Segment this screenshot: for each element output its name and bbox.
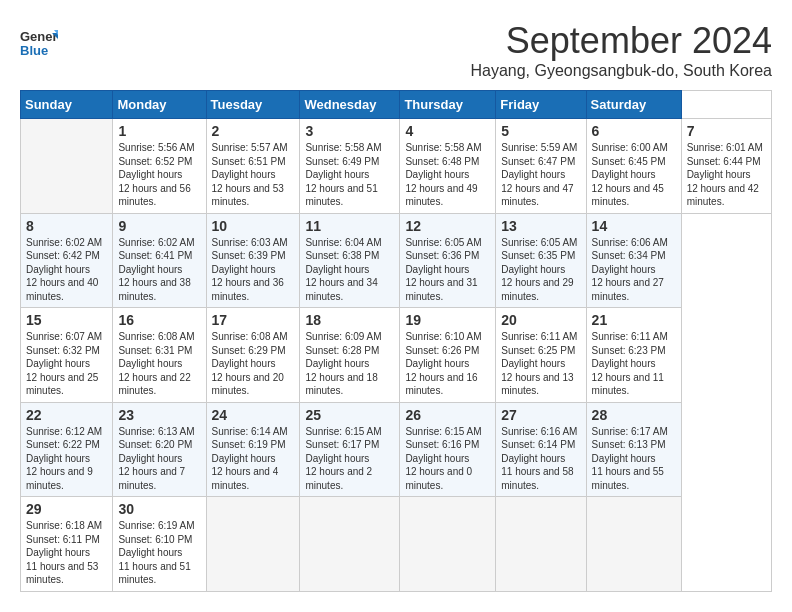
- day-number: 19: [405, 312, 490, 328]
- calendar-cell: 10Sunrise: 6:03 AMSunset: 6:39 PMDayligh…: [206, 213, 300, 308]
- cell-content: Sunrise: 6:15 AMSunset: 6:16 PMDaylight …: [405, 425, 490, 493]
- cell-content: Sunrise: 5:59 AMSunset: 6:47 PMDaylight …: [501, 141, 580, 209]
- calendar-cell: [21, 119, 113, 214]
- calendar-cell: 29Sunrise: 6:18 AMSunset: 6:11 PMDayligh…: [21, 497, 113, 592]
- calendar-table: SundayMondayTuesdayWednesdayThursdayFrid…: [20, 90, 772, 592]
- day-number: 17: [212, 312, 295, 328]
- calendar-cell: 11Sunrise: 6:04 AMSunset: 6:38 PMDayligh…: [300, 213, 400, 308]
- weekday-header-sunday: Sunday: [21, 91, 113, 119]
- day-number: 20: [501, 312, 580, 328]
- calendar-row: 1Sunrise: 5:56 AMSunset: 6:52 PMDaylight…: [21, 119, 772, 214]
- calendar-body: 1Sunrise: 5:56 AMSunset: 6:52 PMDaylight…: [21, 119, 772, 592]
- cell-content: Sunrise: 6:15 AMSunset: 6:17 PMDaylight …: [305, 425, 394, 493]
- weekday-header-wednesday: Wednesday: [300, 91, 400, 119]
- day-number: 16: [118, 312, 200, 328]
- day-number: 7: [687, 123, 766, 139]
- calendar-cell: 19Sunrise: 6:10 AMSunset: 6:26 PMDayligh…: [400, 308, 496, 403]
- calendar-row: 15Sunrise: 6:07 AMSunset: 6:32 PMDayligh…: [21, 308, 772, 403]
- calendar-cell: 6Sunrise: 6:00 AMSunset: 6:45 PMDaylight…: [586, 119, 681, 214]
- calendar-cell: 4Sunrise: 5:58 AMSunset: 6:48 PMDaylight…: [400, 119, 496, 214]
- calendar-cell: 15Sunrise: 6:07 AMSunset: 6:32 PMDayligh…: [21, 308, 113, 403]
- calendar-cell: 7Sunrise: 6:01 AMSunset: 6:44 PMDaylight…: [681, 119, 771, 214]
- cell-content: Sunrise: 5:57 AMSunset: 6:51 PMDaylight …: [212, 141, 295, 209]
- day-number: 15: [26, 312, 107, 328]
- cell-content: Sunrise: 5:56 AMSunset: 6:52 PMDaylight …: [118, 141, 200, 209]
- day-number: 2: [212, 123, 295, 139]
- cell-content: Sunrise: 6:19 AMSunset: 6:10 PMDaylight …: [118, 519, 200, 587]
- day-number: 1: [118, 123, 200, 139]
- cell-content: Sunrise: 6:10 AMSunset: 6:26 PMDaylight …: [405, 330, 490, 398]
- weekday-header-thursday: Thursday: [400, 91, 496, 119]
- cell-content: Sunrise: 6:07 AMSunset: 6:32 PMDaylight …: [26, 330, 107, 398]
- day-number: 18: [305, 312, 394, 328]
- calendar-cell: 16Sunrise: 6:08 AMSunset: 6:31 PMDayligh…: [113, 308, 206, 403]
- day-number: 30: [118, 501, 200, 517]
- title-block: September 2024 Hayang, Gyeongsangbuk-do,…: [470, 20, 772, 80]
- weekday-header-saturday: Saturday: [586, 91, 681, 119]
- cell-content: Sunrise: 6:05 AMSunset: 6:36 PMDaylight …: [405, 236, 490, 304]
- day-number: 28: [592, 407, 676, 423]
- calendar-cell: 13Sunrise: 6:05 AMSunset: 6:35 PMDayligh…: [496, 213, 586, 308]
- month-title: September 2024: [470, 20, 772, 62]
- calendar-row: 8Sunrise: 6:02 AMSunset: 6:42 PMDaylight…: [21, 213, 772, 308]
- cell-content: Sunrise: 6:02 AMSunset: 6:41 PMDaylight …: [118, 236, 200, 304]
- calendar-cell: 2Sunrise: 5:57 AMSunset: 6:51 PMDaylight…: [206, 119, 300, 214]
- cell-content: Sunrise: 6:08 AMSunset: 6:31 PMDaylight …: [118, 330, 200, 398]
- calendar-cell: 5Sunrise: 5:59 AMSunset: 6:47 PMDaylight…: [496, 119, 586, 214]
- logo-icon: General Blue: [20, 25, 58, 63]
- logo: General Blue: [20, 25, 58, 67]
- calendar-cell: 12Sunrise: 6:05 AMSunset: 6:36 PMDayligh…: [400, 213, 496, 308]
- day-number: 26: [405, 407, 490, 423]
- day-number: 12: [405, 218, 490, 234]
- cell-content: Sunrise: 6:06 AMSunset: 6:34 PMDaylight …: [592, 236, 676, 304]
- day-number: 27: [501, 407, 580, 423]
- day-number: 14: [592, 218, 676, 234]
- calendar-cell: 28Sunrise: 6:17 AMSunset: 6:13 PMDayligh…: [586, 402, 681, 497]
- calendar-cell: 17Sunrise: 6:08 AMSunset: 6:29 PMDayligh…: [206, 308, 300, 403]
- cell-content: Sunrise: 6:16 AMSunset: 6:14 PMDaylight …: [501, 425, 580, 493]
- day-number: 5: [501, 123, 580, 139]
- calendar-cell: 27Sunrise: 6:16 AMSunset: 6:14 PMDayligh…: [496, 402, 586, 497]
- cell-content: Sunrise: 6:00 AMSunset: 6:45 PMDaylight …: [592, 141, 676, 209]
- calendar-cell: 25Sunrise: 6:15 AMSunset: 6:17 PMDayligh…: [300, 402, 400, 497]
- cell-content: Sunrise: 6:18 AMSunset: 6:11 PMDaylight …: [26, 519, 107, 587]
- calendar-cell: 20Sunrise: 6:11 AMSunset: 6:25 PMDayligh…: [496, 308, 586, 403]
- day-number: 6: [592, 123, 676, 139]
- day-number: 10: [212, 218, 295, 234]
- calendar-cell: [400, 497, 496, 592]
- location: Hayang, Gyeongsangbuk-do, South Korea: [470, 62, 772, 80]
- cell-content: Sunrise: 6:08 AMSunset: 6:29 PMDaylight …: [212, 330, 295, 398]
- cell-content: Sunrise: 5:58 AMSunset: 6:49 PMDaylight …: [305, 141, 394, 209]
- svg-text:General: General: [20, 29, 58, 44]
- day-number: 23: [118, 407, 200, 423]
- cell-content: Sunrise: 6:13 AMSunset: 6:20 PMDaylight …: [118, 425, 200, 493]
- calendar-cell: 8Sunrise: 6:02 AMSunset: 6:42 PMDaylight…: [21, 213, 113, 308]
- calendar-header-row: SundayMondayTuesdayWednesdayThursdayFrid…: [21, 91, 772, 119]
- calendar-row: 22Sunrise: 6:12 AMSunset: 6:22 PMDayligh…: [21, 402, 772, 497]
- cell-content: Sunrise: 6:17 AMSunset: 6:13 PMDaylight …: [592, 425, 676, 493]
- calendar-cell: 24Sunrise: 6:14 AMSunset: 6:19 PMDayligh…: [206, 402, 300, 497]
- page-header: General Blue September 2024 Hayang, Gyeo…: [20, 20, 772, 80]
- cell-content: Sunrise: 6:01 AMSunset: 6:44 PMDaylight …: [687, 141, 766, 209]
- day-number: 8: [26, 218, 107, 234]
- calendar-cell: [496, 497, 586, 592]
- calendar-cell: [300, 497, 400, 592]
- calendar-cell: 1Sunrise: 5:56 AMSunset: 6:52 PMDaylight…: [113, 119, 206, 214]
- cell-content: Sunrise: 6:12 AMSunset: 6:22 PMDaylight …: [26, 425, 107, 493]
- day-number: 24: [212, 407, 295, 423]
- calendar-cell: 22Sunrise: 6:12 AMSunset: 6:22 PMDayligh…: [21, 402, 113, 497]
- calendar-cell: 9Sunrise: 6:02 AMSunset: 6:41 PMDaylight…: [113, 213, 206, 308]
- weekday-header-friday: Friday: [496, 91, 586, 119]
- cell-content: Sunrise: 6:04 AMSunset: 6:38 PMDaylight …: [305, 236, 394, 304]
- cell-content: Sunrise: 6:11 AMSunset: 6:25 PMDaylight …: [501, 330, 580, 398]
- calendar-row: 29Sunrise: 6:18 AMSunset: 6:11 PMDayligh…: [21, 497, 772, 592]
- cell-content: Sunrise: 6:03 AMSunset: 6:39 PMDaylight …: [212, 236, 295, 304]
- cell-content: Sunrise: 6:02 AMSunset: 6:42 PMDaylight …: [26, 236, 107, 304]
- day-number: 9: [118, 218, 200, 234]
- cell-content: Sunrise: 6:09 AMSunset: 6:28 PMDaylight …: [305, 330, 394, 398]
- calendar-cell: 18Sunrise: 6:09 AMSunset: 6:28 PMDayligh…: [300, 308, 400, 403]
- weekday-header-tuesday: Tuesday: [206, 91, 300, 119]
- calendar-cell: 3Sunrise: 5:58 AMSunset: 6:49 PMDaylight…: [300, 119, 400, 214]
- cell-content: Sunrise: 6:05 AMSunset: 6:35 PMDaylight …: [501, 236, 580, 304]
- calendar-cell: 23Sunrise: 6:13 AMSunset: 6:20 PMDayligh…: [113, 402, 206, 497]
